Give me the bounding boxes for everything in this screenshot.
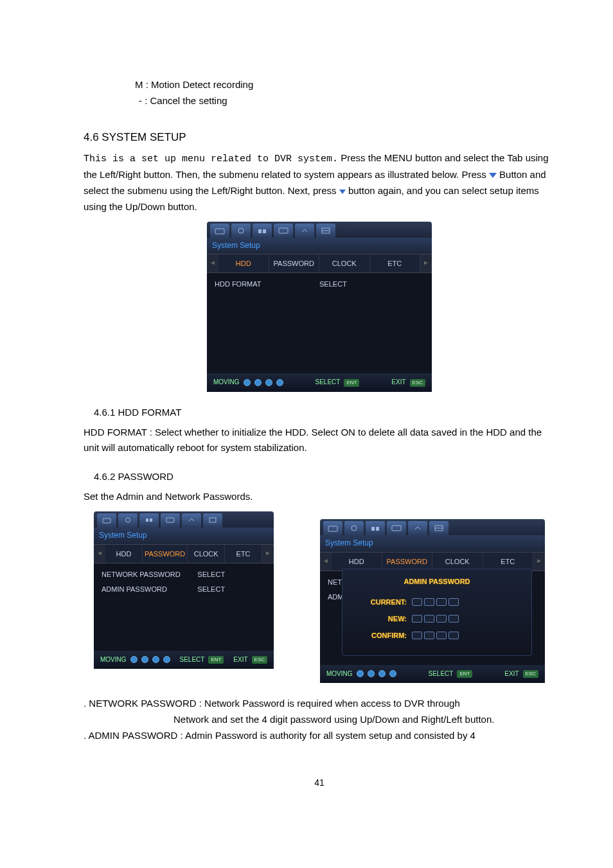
dvr3-title: System Setup [320,535,545,552]
dvr2-net-value: SELECT [197,569,266,580]
digit-slot[interactable] [424,632,434,639]
digit-slot[interactable] [449,615,459,623]
subtab-clock[interactable]: CLOCK [319,254,370,272]
top-tab-icon[interactable] [323,521,342,535]
dvr3-footer: MOVING SELECT ENT EXIT ESC [320,665,545,684]
digit-slot[interactable] [436,632,447,639]
arrow-key-icon [163,656,170,663]
svg-rect-0 [215,229,224,234]
digit-slot[interactable] [412,598,422,606]
top-tab-icon[interactable] [161,513,180,527]
scroll-right-icon[interactable]: ► [262,545,274,563]
arrow-key-icon [254,379,262,386]
top-tab-icon[interactable] [387,521,406,535]
svg-rect-17 [392,526,401,531]
subtab-clock[interactable]: CLOCK [188,545,225,563]
esc-key-icon: ESC [523,670,538,678]
ent-key-icon: ENT [208,656,224,664]
subtab-password[interactable]: PASSWORD [143,545,188,563]
scroll-left-icon[interactable]: ◄ [94,545,105,563]
dvr2-row-network-password[interactable]: NETWORK PASSWORD SELECT [102,569,266,580]
popup-confirm-field[interactable] [412,632,459,639]
footer-moving-label: MOVING [100,655,127,666]
dvr2-subtabs: ◄ HDD PASSWORD CLOCK ETC ► [94,544,274,563]
subtab-hdd[interactable]: HDD [332,553,382,571]
subtab-etc[interactable]: ETC [370,254,421,272]
ent-key-icon: ENT [457,670,472,678]
popup-row-new[interactable]: NEW: [351,613,522,624]
subtab-clock[interactable]: CLOCK [432,553,483,571]
dvr1-footer: MOVING SELECT ENT EXIT ESC [207,373,432,392]
digit-slot[interactable] [449,598,459,606]
svg-rect-7 [103,518,111,523]
heading-4-6-2: 4.6.2 PASSWORD [84,469,555,485]
top-tab-icon[interactable] [231,224,251,238]
top-tab-icon[interactable] [97,513,116,527]
top-tab-icon[interactable] [139,513,159,527]
footer-moving-label: MOVING [326,669,353,680]
arrow-key-icon [141,656,148,663]
dvr1-row-value: SELECT [319,278,424,290]
popup-current-field[interactable] [412,598,459,606]
popup-row-current[interactable]: CURRENT: [351,596,522,608]
top-tab-icon[interactable] [203,513,222,527]
top-tab-icon[interactable] [344,521,364,535]
popup-confirm-label: CONFIRM: [351,630,412,641]
footer-select-label: SELECT [315,377,340,388]
arrow-key-icon [389,670,396,677]
top-tab-icon[interactable] [366,521,385,535]
dvr1-row-hddformat[interactable]: HDD FORMAT SELECT [215,278,424,290]
scroll-right-icon[interactable]: ► [533,553,545,571]
top-tab-icon[interactable] [295,224,314,238]
top-tab-icon[interactable] [182,513,201,527]
arrow-key-icon [244,379,251,386]
svg-rect-9 [146,518,148,522]
popup-new-field[interactable] [412,615,459,623]
dvr1-subtabs: ◄ HDD PASSWORD CLOCK ETC ► [207,254,432,273]
top-tab-icon[interactable] [429,521,449,535]
arrow-key-icon [378,670,386,677]
dvr2-top-tabs [94,511,274,527]
scroll-left-icon[interactable]: ◄ [320,553,332,571]
top-tab-icon[interactable] [316,224,335,238]
subtab-hdd[interactable]: HDD [218,254,269,272]
popup-row-confirm[interactable]: CONFIRM: [351,630,522,641]
esc-key-icon: ESC [252,656,267,664]
footer-select-label: SELECT [179,655,204,666]
digit-slot[interactable] [424,615,434,623]
top-tab-icon[interactable] [408,521,427,535]
digit-slot[interactable] [436,598,447,606]
dvr2-adm-value: SELECT [197,583,266,595]
scroll-left-icon[interactable]: ◄ [207,254,218,272]
para-system-setup: This is a set up menu related to DVR sys… [84,150,555,215]
dvr2-adm-label: ADMIN PASSWORD [102,583,197,595]
digit-slot[interactable] [412,615,422,623]
footer-exit-label: EXIT [391,377,405,388]
esc-key-icon: ESC [410,379,425,387]
top-tab-icon[interactable] [274,224,293,238]
dvr3-top-tabs [320,519,545,535]
svg-point-1 [238,228,244,233]
top-tab-icon[interactable] [210,224,229,238]
footer-exit-label: EXIT [504,669,519,680]
digit-slot[interactable] [412,632,422,639]
subtab-etc[interactable]: ETC [225,545,262,563]
subtab-password[interactable]: PASSWORD [269,254,320,272]
dvr3-body: NET ADM ADMIN PASSWORD CURRENT: [320,571,545,665]
popup-title: ADMIN PASSWORD [351,576,522,587]
top-tab-icon[interactable] [118,513,138,527]
scroll-right-icon[interactable]: ► [420,254,432,272]
digit-slot[interactable] [436,615,447,623]
bullet-m-text: M : Motion Detect recording [135,79,253,90]
digit-slot[interactable] [449,632,459,639]
footer-exit-label: EXIT [233,655,247,666]
subtab-password[interactable]: PASSWORD [382,553,433,571]
dvr2-row-admin-password[interactable]: ADMIN PASSWORD SELECT [102,583,266,595]
top-tab-icon[interactable] [253,224,272,238]
arrow-key-icon [152,656,159,663]
dvr2-body: NETWORK PASSWORD SELECT ADMIN PASSWORD S… [94,563,274,651]
subtab-hdd[interactable]: HDD [105,545,143,563]
network-password-line1: . NETWORK PASSWORD : Network Password is… [84,696,555,712]
digit-slot[interactable] [424,598,434,606]
subtab-etc[interactable]: ETC [483,553,534,571]
